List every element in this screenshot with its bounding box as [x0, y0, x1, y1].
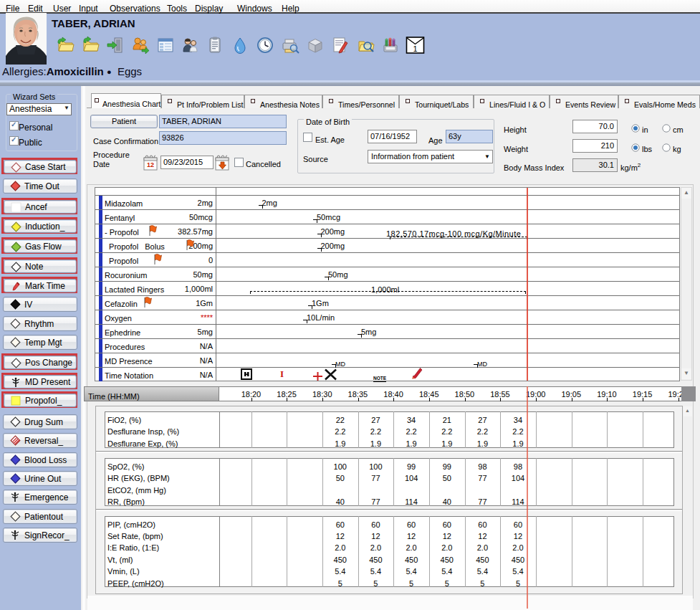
svg-text:1: 1: [413, 44, 417, 53]
svg-text:12: 12: [147, 161, 154, 168]
